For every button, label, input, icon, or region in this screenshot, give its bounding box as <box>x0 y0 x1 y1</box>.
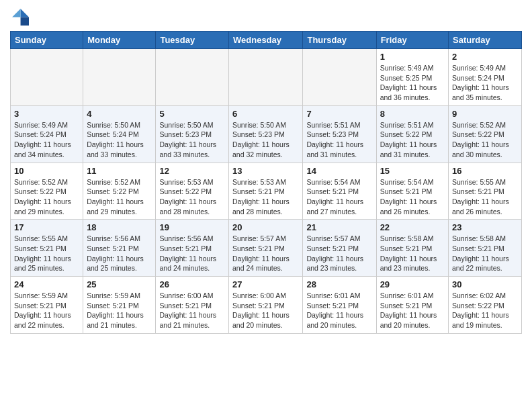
day-info: Sunrise: 6:00 AM Sunset: 5:21 PM Dayligh… <box>159 291 225 330</box>
day-number: 27 <box>232 279 299 289</box>
day-number: 4 <box>87 109 152 119</box>
day-info: Sunrise: 5:54 AM Sunset: 5:21 PM Dayligh… <box>380 177 445 217</box>
weekday-header-thursday: Thursday <box>303 32 376 49</box>
day-info: Sunrise: 6:00 AM Sunset: 5:21 PM Dayligh… <box>232 291 299 330</box>
day-number: 3 <box>14 109 79 119</box>
day-info: Sunrise: 5:49 AM Sunset: 5:24 PM Dayligh… <box>14 120 79 160</box>
calendar-cell: 21Sunrise: 5:57 AM Sunset: 5:21 PM Dayli… <box>303 220 376 277</box>
weekday-header-monday: Monday <box>83 32 156 49</box>
svg-marker-2 <box>12 9 20 17</box>
calendar-cell: 15Sunrise: 5:54 AM Sunset: 5:21 PM Dayli… <box>376 163 448 220</box>
svg-marker-0 <box>21 9 29 17</box>
day-info: Sunrise: 5:54 AM Sunset: 5:21 PM Dayligh… <box>306 177 372 217</box>
day-number: 16 <box>452 166 518 176</box>
calendar-week-2: 10Sunrise: 5:52 AM Sunset: 5:22 PM Dayli… <box>11 163 522 220</box>
day-number: 22 <box>380 222 445 232</box>
calendar-cell: 11Sunrise: 5:52 AM Sunset: 5:22 PM Dayli… <box>83 163 156 220</box>
calendar-header: SundayMondayTuesdayWednesdayThursdayFrid… <box>11 32 522 49</box>
day-number: 25 <box>87 279 152 289</box>
calendar-cell: 24Sunrise: 5:59 AM Sunset: 5:21 PM Dayli… <box>11 277 83 334</box>
calendar-cell: 20Sunrise: 5:57 AM Sunset: 5:21 PM Dayli… <box>229 220 303 277</box>
day-info: Sunrise: 5:53 AM Sunset: 5:22 PM Dayligh… <box>159 177 225 217</box>
calendar-cell: 1Sunrise: 5:49 AM Sunset: 5:25 PM Daylig… <box>376 49 448 106</box>
day-info: Sunrise: 5:49 AM Sunset: 5:24 PM Dayligh… <box>452 63 518 103</box>
day-number: 26 <box>159 279 225 289</box>
day-number: 5 <box>159 109 225 119</box>
calendar-week-1: 3Sunrise: 5:49 AM Sunset: 5:24 PM Daylig… <box>11 105 522 163</box>
calendar-cell: 17Sunrise: 5:55 AM Sunset: 5:21 PM Dayli… <box>11 220 83 277</box>
calendar-cell: 3Sunrise: 5:49 AM Sunset: 5:24 PM Daylig… <box>11 105 83 163</box>
calendar-cell: 27Sunrise: 6:00 AM Sunset: 5:21 PM Dayli… <box>229 277 303 334</box>
calendar-week-0: 1Sunrise: 5:49 AM Sunset: 5:25 PM Daylig… <box>11 49 522 106</box>
day-info: Sunrise: 5:55 AM Sunset: 5:21 PM Dayligh… <box>14 234 79 273</box>
calendar-cell <box>83 49 156 106</box>
day-number: 14 <box>306 166 372 176</box>
calendar-cell: 16Sunrise: 5:55 AM Sunset: 5:21 PM Dayli… <box>449 163 522 220</box>
day-info: Sunrise: 5:59 AM Sunset: 5:21 PM Dayligh… <box>14 291 79 330</box>
calendar-week-3: 17Sunrise: 5:55 AM Sunset: 5:21 PM Dayli… <box>11 220 522 277</box>
day-number: 19 <box>159 222 225 232</box>
weekday-header-wednesday: Wednesday <box>229 32 303 49</box>
day-info: Sunrise: 5:52 AM Sunset: 5:22 PM Dayligh… <box>87 177 152 217</box>
day-info: Sunrise: 5:55 AM Sunset: 5:21 PM Dayligh… <box>452 177 518 217</box>
calendar-cell: 5Sunrise: 5:50 AM Sunset: 5:23 PM Daylig… <box>156 105 229 163</box>
day-info: Sunrise: 6:01 AM Sunset: 5:21 PM Dayligh… <box>380 291 445 330</box>
calendar-week-4: 24Sunrise: 5:59 AM Sunset: 5:21 PM Dayli… <box>11 277 522 334</box>
calendar-cell: 23Sunrise: 5:58 AM Sunset: 5:21 PM Dayli… <box>449 220 522 277</box>
day-info: Sunrise: 5:59 AM Sunset: 5:21 PM Dayligh… <box>87 291 152 330</box>
day-info: Sunrise: 5:57 AM Sunset: 5:21 PM Dayligh… <box>306 234 372 273</box>
day-number: 15 <box>380 166 445 176</box>
day-info: Sunrise: 5:49 AM Sunset: 5:25 PM Dayligh… <box>380 63 445 103</box>
day-info: Sunrise: 5:52 AM Sunset: 5:22 PM Dayligh… <box>14 177 79 217</box>
day-number: 29 <box>380 279 445 289</box>
day-number: 20 <box>232 222 299 232</box>
day-number: 11 <box>87 166 152 176</box>
calendar-body: 1Sunrise: 5:49 AM Sunset: 5:25 PM Daylig… <box>11 49 522 334</box>
calendar-cell: 9Sunrise: 5:52 AM Sunset: 5:22 PM Daylig… <box>449 105 522 163</box>
day-number: 28 <box>306 279 372 289</box>
day-number: 30 <box>452 279 518 289</box>
calendar-cell: 2Sunrise: 5:49 AM Sunset: 5:24 PM Daylig… <box>449 49 522 106</box>
weekday-header-friday: Friday <box>376 32 448 49</box>
day-info: Sunrise: 5:50 AM Sunset: 5:23 PM Dayligh… <box>159 120 225 160</box>
day-number: 13 <box>232 166 299 176</box>
calendar-cell <box>156 49 229 106</box>
day-info: Sunrise: 5:53 AM Sunset: 5:21 PM Dayligh… <box>232 177 299 217</box>
day-number: 1 <box>380 52 445 62</box>
calendar-cell: 12Sunrise: 5:53 AM Sunset: 5:22 PM Dayli… <box>156 163 229 220</box>
calendar-cell: 14Sunrise: 5:54 AM Sunset: 5:21 PM Dayli… <box>303 163 376 220</box>
day-number: 7 <box>306 109 372 119</box>
day-info: Sunrise: 5:51 AM Sunset: 5:23 PM Dayligh… <box>306 120 372 160</box>
day-info: Sunrise: 5:50 AM Sunset: 5:24 PM Dayligh… <box>87 120 152 160</box>
calendar-cell: 22Sunrise: 5:58 AM Sunset: 5:21 PM Dayli… <box>376 220 448 277</box>
calendar-cell <box>11 49 83 106</box>
day-number: 24 <box>14 279 79 289</box>
day-info: Sunrise: 5:52 AM Sunset: 5:22 PM Dayligh… <box>452 120 518 160</box>
day-number: 18 <box>87 222 152 232</box>
svg-marker-1 <box>21 17 29 26</box>
calendar-cell: 25Sunrise: 5:59 AM Sunset: 5:21 PM Dayli… <box>83 277 156 334</box>
calendar-cell: 6Sunrise: 5:50 AM Sunset: 5:23 PM Daylig… <box>229 105 303 163</box>
day-info: Sunrise: 5:57 AM Sunset: 5:21 PM Dayligh… <box>232 234 299 273</box>
day-number: 8 <box>380 109 445 119</box>
calendar-cell: 18Sunrise: 5:56 AM Sunset: 5:21 PM Dayli… <box>83 220 156 277</box>
day-number: 23 <box>452 222 518 232</box>
calendar-cell: 19Sunrise: 5:56 AM Sunset: 5:21 PM Dayli… <box>156 220 229 277</box>
day-info: Sunrise: 5:56 AM Sunset: 5:21 PM Dayligh… <box>159 234 225 273</box>
weekday-header-tuesday: Tuesday <box>156 32 229 49</box>
calendar-cell: 29Sunrise: 6:01 AM Sunset: 5:21 PM Dayli… <box>376 277 448 334</box>
day-info: Sunrise: 6:02 AM Sunset: 5:22 PM Dayligh… <box>452 291 518 330</box>
page-container: SundayMondayTuesdayWednesdayThursdayFrid… <box>0 0 532 340</box>
calendar-cell: 4Sunrise: 5:50 AM Sunset: 5:24 PM Daylig… <box>83 105 156 163</box>
calendar-cell: 28Sunrise: 6:01 AM Sunset: 5:21 PM Dayli… <box>303 277 376 334</box>
day-info: Sunrise: 6:01 AM Sunset: 5:21 PM Dayligh… <box>306 291 372 330</box>
calendar-cell: 7Sunrise: 5:51 AM Sunset: 5:23 PM Daylig… <box>303 105 376 163</box>
day-info: Sunrise: 5:51 AM Sunset: 5:22 PM Dayligh… <box>380 120 445 160</box>
day-number: 12 <box>159 166 225 176</box>
day-info: Sunrise: 5:58 AM Sunset: 5:21 PM Dayligh… <box>452 234 518 273</box>
day-number: 10 <box>14 166 79 176</box>
calendar-cell: 13Sunrise: 5:53 AM Sunset: 5:21 PM Dayli… <box>229 163 303 220</box>
header <box>10 7 522 26</box>
day-number: 17 <box>14 222 79 232</box>
logo <box>10 7 32 26</box>
